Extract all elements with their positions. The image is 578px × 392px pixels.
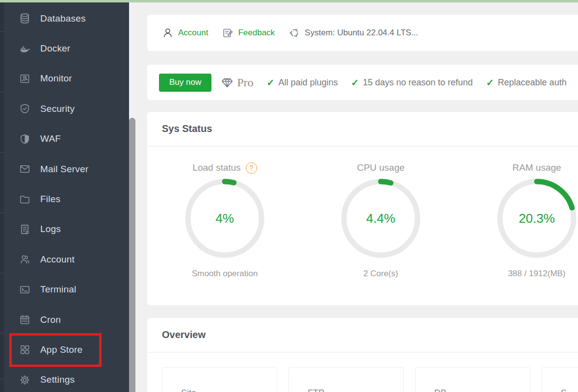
pro-badge: Pro xyxy=(221,76,253,89)
diamond-icon xyxy=(221,76,234,89)
sys-status-title: Sys Status xyxy=(162,123,212,134)
gauge-value: 4.4% xyxy=(339,177,422,260)
gauge-caption: Smooth operation xyxy=(171,269,279,279)
gauge-ring: 20.3% xyxy=(495,177,578,260)
sidebar-item-label: Databases xyxy=(40,13,86,24)
promo-card: Buy now Pro ✓ All paid plugins ✓ 15 days… xyxy=(147,65,578,100)
sidebar-item-terminal[interactable]: Terminal xyxy=(0,275,129,305)
check-icon: ✓ xyxy=(486,77,494,88)
account-link[interactable]: Account xyxy=(162,27,208,39)
sidebar-item-files[interactable]: Files xyxy=(0,184,129,214)
sidebar-item-cron[interactable]: Cron xyxy=(0,305,129,335)
gauge-value: 4% xyxy=(183,177,266,260)
mail-icon xyxy=(19,163,30,175)
promo-feature-label: All paid plugins xyxy=(278,78,338,88)
account-link-label: Account xyxy=(178,28,208,38)
sidebar-item-docker[interactable]: Docker xyxy=(0,33,129,63)
overview-box-label: FTP xyxy=(308,388,324,392)
sidebar-item-logs[interactable]: Logs xyxy=(0,214,129,244)
overview-grid: Site FTP DB S xyxy=(162,367,578,392)
sidebar-item-label: Cron xyxy=(40,314,61,325)
gauge-label: CPU usage xyxy=(357,162,404,173)
gauge-value: 20.3% xyxy=(495,177,578,260)
overview-card: Overview Site FTP DB S xyxy=(147,318,578,392)
ram-usage-gauge: RAM usage 20.3% 388 / 1912(MB) xyxy=(483,161,578,279)
sidebar-item-account[interactable]: Account xyxy=(0,244,129,274)
promo-feature: ✓ 15 days no reason to refund xyxy=(351,77,473,88)
overview-box-db[interactable]: DB xyxy=(415,367,530,392)
sidebar-item-label: Security xyxy=(40,104,75,114)
sidebar-item-waf[interactable]: WAF xyxy=(0,124,129,154)
feedback-note-icon xyxy=(222,27,234,39)
overview-box-label: S xyxy=(561,388,567,392)
top-accent-strip xyxy=(0,0,578,2)
cpu-usage-gauge: CPU usage 4.4% 2 Core(s) xyxy=(327,161,435,279)
promo-feature-label: Replaceable auth xyxy=(498,78,567,88)
gauge-label: RAM usage xyxy=(512,162,561,173)
sidebar-item-label: Mail Server xyxy=(40,164,88,175)
gear-icon xyxy=(19,374,30,386)
overview-box-ftp[interactable]: FTP xyxy=(289,367,404,392)
sidebar-item-label: Monitor xyxy=(40,73,72,84)
calendar-icon xyxy=(19,314,30,326)
overview-box-s[interactable]: S xyxy=(542,367,578,392)
app-store-annotation-box xyxy=(9,333,102,367)
sidebar-item-label: Files xyxy=(40,194,60,205)
system-info-label: System: Ubuntu 22.04.4 LTS... xyxy=(305,28,418,38)
overview-box-site[interactable]: Site xyxy=(162,367,277,392)
load-status-gauge: Load status ? 4% Smooth operation xyxy=(171,161,279,279)
scrollbar-thumb[interactable] xyxy=(129,118,135,392)
sidebar-item-monitor[interactable]: Monitor xyxy=(0,64,129,94)
folder-icon xyxy=(19,193,30,205)
users-icon xyxy=(19,254,30,265)
promo-feature: ✓ Replaceable auth xyxy=(486,77,567,88)
sidebar-item-security[interactable]: Security xyxy=(0,94,129,124)
gauge-ring: 4.4% xyxy=(339,177,422,260)
sidebar-item-label: Docker xyxy=(40,43,70,54)
sidebar-item-mail-server[interactable]: Mail Server xyxy=(0,154,129,184)
feedback-link[interactable]: Feedback xyxy=(222,27,275,39)
gauge-label: Load status xyxy=(192,162,240,173)
topbar-card: Account Feedback System: Ubuntu 22.04.4 … xyxy=(147,15,578,51)
buy-now-button[interactable]: Buy now xyxy=(159,74,211,92)
sidebar-item-label: WAF xyxy=(40,133,61,144)
waf-shield-icon xyxy=(19,133,30,145)
check-icon: ✓ xyxy=(267,77,275,88)
sidebar-item-label: Logs xyxy=(40,224,61,235)
promo-feature-label: 15 days no reason to refund xyxy=(363,78,473,88)
feedback-link-label: Feedback xyxy=(238,28,275,38)
app-window: Databases Docker Monitor Security WAF Ma… xyxy=(0,0,578,392)
overview-header: Overview xyxy=(147,318,578,353)
sys-status-header: Sys Status xyxy=(147,112,578,147)
database-icon xyxy=(19,13,30,25)
gauge-ring: 4% xyxy=(183,177,266,260)
sidebar-item-label: Settings xyxy=(40,374,75,385)
system-info[interactable]: System: Ubuntu 22.04.4 LTS... xyxy=(289,27,418,39)
sidebar-scrollbar[interactable] xyxy=(129,2,135,392)
security-shield-icon xyxy=(19,103,30,115)
gauge-caption: 2 Core(s) xyxy=(327,269,435,279)
logs-icon xyxy=(19,223,30,235)
sidebar-item-label: Terminal xyxy=(40,284,76,295)
sidebar-item-label: Account xyxy=(40,254,75,265)
sidebar-item-databases[interactable]: Databases xyxy=(0,3,129,33)
overview-box-label: DB xyxy=(434,388,447,392)
sys-status-card: Sys Status Load status ? 4% Smooth opera… xyxy=(147,112,578,305)
help-question-icon[interactable]: ? xyxy=(246,162,257,174)
person-icon xyxy=(162,27,174,39)
pro-badge-label: Pro xyxy=(237,76,253,89)
overview-box-label: Site xyxy=(181,388,196,392)
gauge-caption: 388 / 1912(MB) xyxy=(483,269,578,279)
promo-feature: ✓ All paid plugins xyxy=(267,77,338,88)
check-icon: ✓ xyxy=(351,77,359,88)
monitor-icon xyxy=(19,73,30,84)
terminal-icon xyxy=(19,284,30,295)
docker-icon xyxy=(19,43,30,54)
ubuntu-icon xyxy=(289,27,300,39)
sidebar-item-settings[interactable]: Settings xyxy=(0,365,129,392)
overview-title: Overview xyxy=(162,329,206,340)
